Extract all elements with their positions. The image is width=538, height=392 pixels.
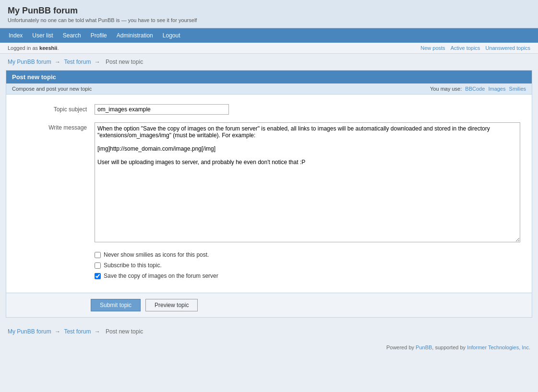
subscribe-row: Subscribe to this topic. [95, 262, 520, 269]
breadcrumb-bottom-current: Post new topic [106, 328, 143, 335]
subscribe-label: Subscribe to this topic. [104, 262, 162, 269]
breadcrumb: My PunBB forum → Test forum → Post new t… [0, 54, 538, 70]
info-bar: Logged in as keeshii. New posts Active t… [0, 43, 538, 54]
nav-index[interactable]: Index [4, 28, 27, 43]
username: keeshii [39, 45, 57, 51]
save-images-label: Save the copy of images on the forum ser… [104, 273, 218, 279]
subscribe-checkbox[interactable] [95, 262, 101, 269]
no-smilies-checkbox[interactable] [95, 252, 101, 258]
topic-subject-input[interactable] [95, 104, 229, 115]
topic-subject-row: Topic subject [18, 104, 520, 115]
breadcrumb-sep-2: → [95, 59, 102, 65]
main-nav: Index User list Search Profile Administr… [0, 28, 538, 43]
submit-topic-button[interactable]: Submit topic [91, 299, 141, 311]
images-link[interactable]: Images [488, 86, 505, 92]
breadcrumb-bottom-sep-1: → [55, 328, 62, 335]
buttons-inner: Submit topic Preview topic [91, 299, 524, 311]
no-smilies-label: Never show smilies as icons for this pos… [104, 251, 209, 258]
unanswered-topics-link[interactable]: Unanswered topics [485, 45, 530, 51]
write-message-control: When the option "Save the copy of images… [95, 122, 520, 244]
breadcrumb-sep-1: → [55, 59, 62, 65]
smilies-link[interactable]: Smilies [509, 86, 526, 92]
nav-logout[interactable]: Logout [158, 28, 185, 43]
save-images-checkbox[interactable] [95, 273, 101, 279]
nav-userlist[interactable]: User list [27, 28, 58, 43]
logged-in-text: Logged in as keeshii. [8, 45, 59, 51]
site-footer: Powered by PunBB, supported by Informer … [0, 340, 538, 355]
nav-profile[interactable]: Profile [86, 28, 112, 43]
compose-bar: Compose and post your new topic You may … [6, 83, 532, 95]
site-tagline: Unfortunately no one can be told what Pu… [8, 17, 530, 23]
topic-subject-label: Topic subject [18, 104, 95, 113]
active-topics-link[interactable]: Active topics [451, 45, 480, 51]
write-message-row: Write message When the option "Save the … [18, 122, 520, 244]
informer-link[interactable]: Informer Technologies, Inc. [467, 344, 530, 350]
infobar-links: New posts Active topics Unanswered topic… [417, 45, 530, 51]
breadcrumb-bottom-sep-2: → [95, 328, 102, 335]
save-images-row: Save the copy of images on the forum ser… [95, 273, 520, 279]
no-smilies-row: Never show smilies as icons for this pos… [95, 251, 520, 258]
bbcode-link[interactable]: BBCode [465, 86, 485, 92]
main-content: Post new topic Compose and post your new… [6, 70, 532, 318]
supported-by-text: , supported by [432, 344, 467, 350]
breadcrumb-current: Post new topic [106, 59, 143, 65]
breadcrumb-bottom-home[interactable]: My PunBB forum [8, 328, 51, 335]
nav-search[interactable]: Search [58, 28, 86, 43]
section-header: Post new topic [6, 71, 532, 83]
may-use: You may use: BBCode Images Smilies [430, 86, 526, 92]
compose-label: Compose and post your new topic [12, 86, 92, 92]
powered-by-text: Powered by [386, 344, 416, 350]
preview-topic-button[interactable]: Preview topic [145, 299, 198, 311]
topic-subject-control [95, 104, 520, 115]
nav-administration[interactable]: Administration [112, 28, 158, 43]
write-message-label: Write message [18, 122, 95, 131]
form-area: Topic subject Write message When the opt… [6, 95, 532, 293]
punbb-link[interactable]: PunBB [416, 344, 432, 350]
site-header: My PunBB forum Unfortunately no one can … [0, 0, 538, 28]
breadcrumb-bottom: My PunBB forum → Test forum → Post new t… [0, 323, 538, 340]
message-textarea[interactable]: When the option "Save the copy of images… [95, 122, 520, 242]
breadcrumb-home[interactable]: My PunBB forum [8, 59, 51, 65]
breadcrumb-testforum[interactable]: Test forum [64, 59, 91, 65]
new-posts-link[interactable]: New posts [420, 45, 445, 51]
site-title: My PunBB forum [8, 6, 530, 16]
buttons-area: Submit topic Preview topic [6, 293, 532, 317]
breadcrumb-bottom-testforum[interactable]: Test forum [64, 328, 91, 335]
